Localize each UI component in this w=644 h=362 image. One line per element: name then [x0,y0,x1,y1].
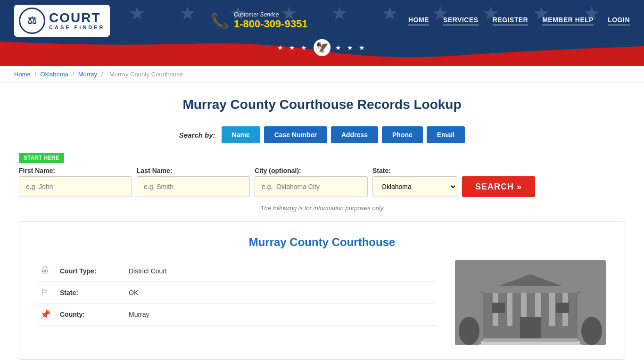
flag-icon: 🏳 [38,288,52,297]
state-label: State: [372,167,457,174]
search-fields: First Name: Last Name: City (optional): … [19,167,625,197]
court-details: 🏛 Court Type: District Court 🏳 State: OK… [38,260,436,345]
logo-area: ⚖ COURT CASE FINDER [14,5,110,37]
building-icon: 🏛 [38,266,52,276]
tab-name[interactable]: Name [222,126,260,143]
logo-text-area: COURT CASE FINDER [49,11,105,30]
main-content: Murray County Courthouse Records Lookup … [0,83,644,362]
svg-point-17 [581,317,602,345]
logo-case-finder-text: CASE FINDER [49,25,105,30]
court-info-title: Murray County Courthouse [38,236,606,249]
search-button[interactable]: SEARCH » [462,176,535,197]
tab-case-number[interactable]: Case Number [264,126,327,143]
nav-login[interactable]: LOGIN [608,16,630,25]
court-detail-state: 🏳 State: OK [38,282,436,304]
svg-rect-14 [483,338,578,342]
city-group: City (optional): [255,167,368,197]
logo-box: ⚖ COURT CASE FINDER [14,5,110,37]
last-name-label: Last Name: [137,167,250,174]
court-type-label: Court Type: [60,267,121,275]
svg-rect-11 [556,303,569,313]
search-section: Search by: Name Case Number Address Phon… [19,126,625,212]
cs-label: Customer Service [234,11,308,18]
breadcrumb: Home / Oklahoma / Murray / Murray County… [0,66,644,83]
city-label: City (optional): [255,167,368,174]
main-nav: HOME SERVICES REGISTER MEMBER HELP LOGIN [408,16,630,25]
svg-point-16 [459,317,479,345]
county-detail-value: Murray [129,311,149,318]
info-note: The following is for information purpose… [19,205,625,212]
svg-rect-7 [549,293,555,326]
state-select[interactable]: AlabamaAlaskaArizonaArkansas CaliforniaC… [372,176,457,197]
breadcrumb-murray[interactable]: Murray [78,71,97,78]
eagle-area: ★ ★ ★ 🦅 ★ ★ ★ [277,39,367,56]
breadcrumb-home[interactable]: Home [14,71,31,78]
breadcrumb-sep-1: / [34,71,38,78]
search-by-label: Search by: [179,131,215,139]
state-group: State: AlabamaAlaskaArizonaArkansas Cali… [372,167,457,197]
court-info-content: 🏛 Court Type: District Court 🏳 State: OK… [38,260,606,345]
county-detail-label: County: [60,311,121,318]
nav-member-help[interactable]: MEMBER HELP [542,16,594,25]
breadcrumb-sep-3: / [101,71,105,78]
pin-icon: 📌 [38,309,52,320]
first-name-input[interactable] [19,176,132,197]
tab-address[interactable]: Address [331,126,378,143]
eagle-icon: 🦅 [314,39,330,56]
nav-home[interactable]: HOME [408,16,429,25]
first-name-label: First Name: [19,167,132,174]
last-name-group: Last Name: [137,167,250,197]
logo-court-text: COURT [49,11,101,25]
svg-rect-4 [507,293,512,326]
cs-phone: 1-800-309-9351 [234,18,308,30]
cs-text: Customer Service 1-800-309-9351 [234,11,308,30]
search-form-area: START HERE First Name: Last Name: City (… [19,153,625,197]
court-detail-county: 📌 County: Murray [38,304,436,326]
first-name-group: First Name: [19,167,132,197]
court-type-value: District Court [129,267,167,275]
customer-service: 📞 Customer Service 1-800-309-9351 [210,11,308,30]
svg-rect-10 [492,303,505,313]
court-info-box: Murray County Courthouse 🏛 Court Type: D… [19,221,625,360]
tab-email[interactable]: Email [427,126,465,143]
site-header: ⚖ COURT CASE FINDER 📞 Customer Service 1… [0,0,644,66]
state-detail-value: OK [129,289,138,296]
breadcrumb-current: Murray County Courthouse [109,71,183,78]
breadcrumb-oklahoma[interactable]: Oklahoma [41,71,68,78]
nav-services[interactable]: SERVICES [443,16,479,25]
nav-register[interactable]: REGISTER [493,16,528,25]
svg-rect-15 [483,286,578,293]
last-name-input[interactable] [137,176,250,197]
court-detail-type: 🏛 Court Type: District Court [38,260,436,282]
state-detail-label: State: [60,289,121,296]
phone-icon: 📞 [210,12,229,30]
start-here-badge: START HERE [19,153,64,163]
courthouse-svg [455,260,606,345]
logo-emblem: ⚖ [19,8,45,34]
court-image [455,260,606,345]
page-title: Murray County Courthouse Records Lookup [19,97,625,112]
tab-phone[interactable]: Phone [382,126,423,143]
search-by-row: Search by: Name Case Number Address Phon… [19,126,625,143]
breadcrumb-sep-2: / [72,71,75,78]
city-input[interactable] [255,176,368,197]
